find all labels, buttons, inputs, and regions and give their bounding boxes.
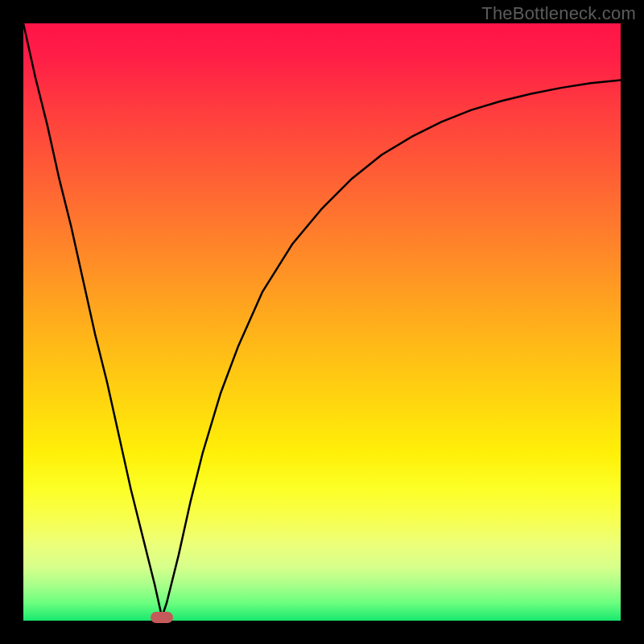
plot-area <box>23 23 621 621</box>
chart-frame: TheBottleneck.com <box>0 0 644 644</box>
watermark-text: TheBottleneck.com <box>481 3 636 24</box>
bottleneck-curve <box>23 23 621 621</box>
minimum-marker <box>151 612 173 623</box>
